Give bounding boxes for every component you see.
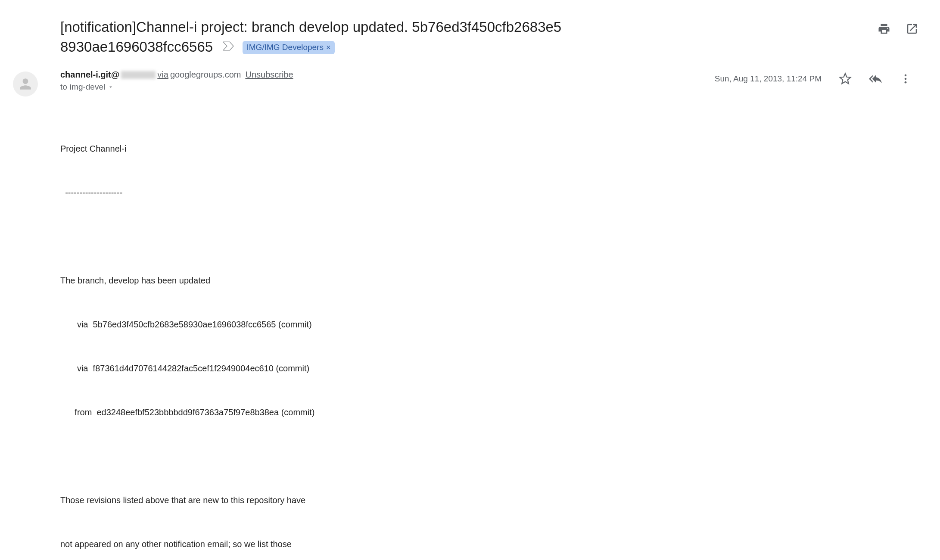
subject-line2: 8930ae1696038fcc6565 xyxy=(60,39,213,55)
avatar[interactable] xyxy=(13,72,38,96)
body-blank xyxy=(60,229,923,244)
via-domain: googlegroups.com xyxy=(170,70,241,80)
body-blank xyxy=(60,449,923,464)
important-marker-icon[interactable] xyxy=(223,41,234,51)
star-button[interactable] xyxy=(839,72,852,85)
sender-name: channel-i.git@ xyxy=(60,70,119,80)
body-line: The branch, develop has been updated xyxy=(60,273,923,288)
unsubscribe-link[interactable]: Unsubscribe xyxy=(245,70,293,80)
more-options-button[interactable] xyxy=(899,72,912,85)
email-subject: [notification]Channel-i project: branch … xyxy=(60,17,561,57)
redacted-domain xyxy=(121,71,156,79)
body-line: via f87361d4d7076144282fac5cef1f2949004e… xyxy=(60,361,923,376)
sender-line: channel-i.git@ via googlegroups.com Unsu… xyxy=(60,70,715,80)
timestamp: Sun, Aug 11, 2013, 11:24 PM xyxy=(715,74,822,84)
open-new-window-button[interactable] xyxy=(906,22,918,35)
svg-point-1 xyxy=(905,78,907,80)
to-recipient: img-devel xyxy=(70,82,105,92)
label-text: IMG/IMG Developers xyxy=(247,42,324,53)
body-line: from ed3248eefbf523bbbbdd9f67363a75f97e8… xyxy=(60,405,923,420)
reply-all-button[interactable] xyxy=(869,72,882,85)
label-remove-icon[interactable]: × xyxy=(326,42,331,53)
subject-actions xyxy=(878,17,923,35)
print-button[interactable] xyxy=(878,22,890,35)
meta-actions: Sun, Aug 11, 2013, 11:24 PM xyxy=(715,70,923,85)
body-line: via 5b76ed3f450cfb2683e58930ae1696038fcc… xyxy=(60,317,923,332)
svg-point-2 xyxy=(905,81,907,84)
body-line: not appeared on any other notification e… xyxy=(60,537,923,551)
to-prefix: to xyxy=(60,82,67,92)
body-line: Project Channel-i xyxy=(60,141,923,156)
chevron-down-icon[interactable] xyxy=(108,84,114,90)
subject-row: [notification]Channel-i project: branch … xyxy=(60,17,923,57)
body-line: Those revisions listed above that are ne… xyxy=(60,493,923,507)
body-line: -------------------- xyxy=(60,185,923,200)
sender-block: channel-i.git@ via googlegroups.com Unsu… xyxy=(60,70,715,92)
to-line[interactable]: to img-devel xyxy=(60,82,715,92)
label-chip[interactable]: IMG/IMG Developers × xyxy=(243,41,335,54)
via-label: via xyxy=(157,70,168,80)
email-body: Project Channel-i -------------------- T… xyxy=(60,112,923,560)
svg-point-0 xyxy=(905,75,907,77)
message-header: channel-i.git@ via googlegroups.com Unsu… xyxy=(13,70,923,96)
subject-line1: [notification]Channel-i project: branch … xyxy=(60,19,561,35)
